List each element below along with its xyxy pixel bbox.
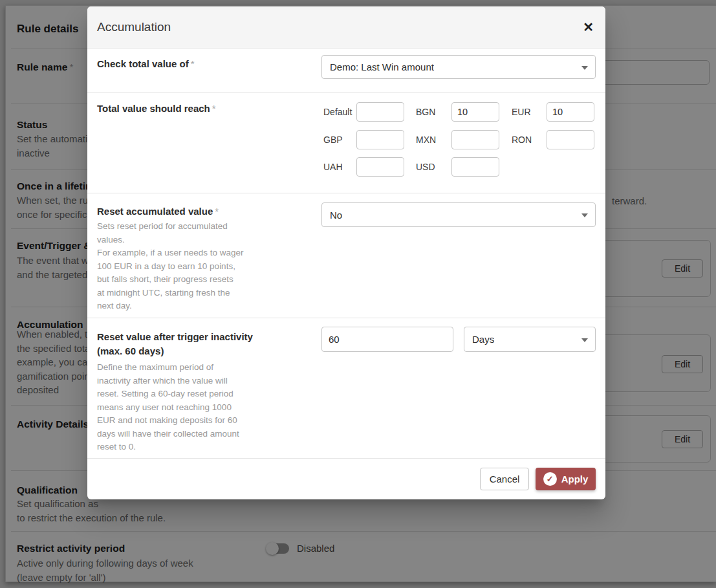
apply-button[interactable]: ✓ Apply (536, 468, 596, 490)
chevron-down-icon (581, 338, 588, 342)
reset-accumulated-select[interactable]: No (321, 202, 596, 227)
currency-label-mxn: MXN (416, 135, 436, 145)
reset-inactivity-help: Define the maximum period of inactivity … (97, 361, 259, 454)
accumulation-modal: Accumulation ✕ Check total value of* Dem… (87, 6, 605, 499)
divider (87, 458, 605, 459)
divider (87, 318, 605, 318)
currency-label-usd: USD (416, 162, 435, 172)
currency-label-ron: RON (512, 135, 532, 145)
reset-accumulated-label: Reset accumulated value* (97, 204, 219, 219)
reset-accumulated-help: Sets reset period for accumulated values… (97, 220, 259, 313)
check-total-select[interactable]: Demo: Last Win amount (321, 55, 596, 79)
modal-title: Accumulation (97, 20, 583, 34)
total-value-label-text: Total value should reach (97, 103, 210, 114)
reset-inactivity-label: Reset value after trigger inactivity (ma… (97, 330, 253, 358)
total-value-label: Total value should reach* (97, 102, 216, 116)
check-circle-icon: ✓ (543, 472, 557, 486)
currency-label-uah: UAH (323, 162, 343, 172)
currency-input-uah[interactable] (356, 157, 404, 177)
chevron-down-icon (581, 213, 588, 217)
reset-inactivity-unit-value: Days (472, 334, 494, 345)
reset-inactivity-value-input[interactable] (321, 327, 453, 352)
reset-inactivity-unit-select[interactable]: Days (464, 327, 596, 352)
divider (87, 93, 605, 93)
check-total-select-value: Demo: Last Win amount (330, 61, 434, 72)
reset-accumulated-select-value: No (330, 210, 342, 221)
required-asterisk: * (191, 58, 195, 69)
currency-input-default[interactable] (356, 102, 404, 122)
check-total-label-text: Check total value of (97, 58, 189, 69)
divider (87, 193, 605, 193)
currency-label-eur: EUR (512, 107, 531, 117)
apply-button-label: Apply (561, 474, 589, 485)
check-total-label: Check total value of* (97, 57, 195, 71)
currency-input-eur[interactable] (547, 102, 594, 122)
currency-input-mxn[interactable] (451, 130, 499, 149)
currency-label-bgn: BGN (416, 107, 435, 117)
modal-header: Accumulation ✕ (87, 6, 605, 49)
currency-input-usd[interactable] (451, 157, 499, 177)
currency-label-gbp: GBP (323, 135, 343, 145)
close-icon[interactable]: ✕ (583, 21, 594, 34)
currency-input-gbp[interactable] (356, 130, 404, 149)
chevron-down-icon (581, 66, 588, 70)
cancel-button[interactable]: Cancel (480, 468, 529, 490)
currency-input-ron[interactable] (547, 130, 594, 149)
required-asterisk: * (215, 206, 219, 217)
currency-input-bgn[interactable] (451, 102, 499, 122)
required-asterisk: * (212, 103, 216, 114)
currency-label-default: Default (323, 107, 352, 117)
reset-accumulated-label-text: Reset accumulated value (97, 206, 213, 217)
